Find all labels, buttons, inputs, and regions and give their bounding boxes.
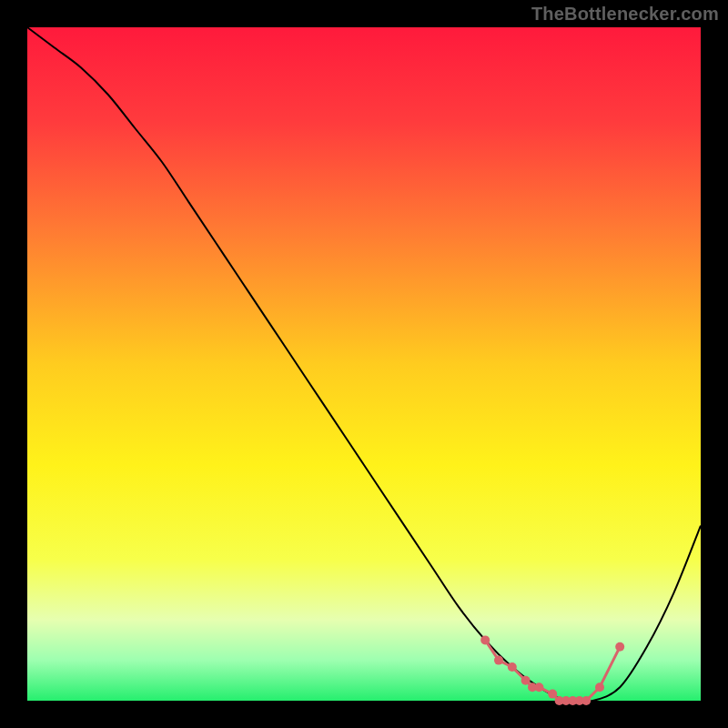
optimal-range-dot xyxy=(548,690,557,699)
plot-area xyxy=(27,27,701,701)
optimal-range-dot xyxy=(508,662,517,672)
optimal-range-dot xyxy=(581,696,591,705)
optimal-range-dot xyxy=(494,656,503,665)
optimal-range-dot xyxy=(595,682,604,692)
optimal-range-dot xyxy=(480,635,490,644)
optimal-range-dot xyxy=(521,676,531,685)
chart-root: TheBottlenecker.com xyxy=(0,0,728,728)
attribution-label: TheBottlenecker.com xyxy=(531,4,719,25)
bottleneck-curve xyxy=(27,27,701,703)
curve-layer xyxy=(27,27,701,701)
optimal-range-dot xyxy=(534,682,543,692)
optimal-range-dot xyxy=(615,642,624,652)
